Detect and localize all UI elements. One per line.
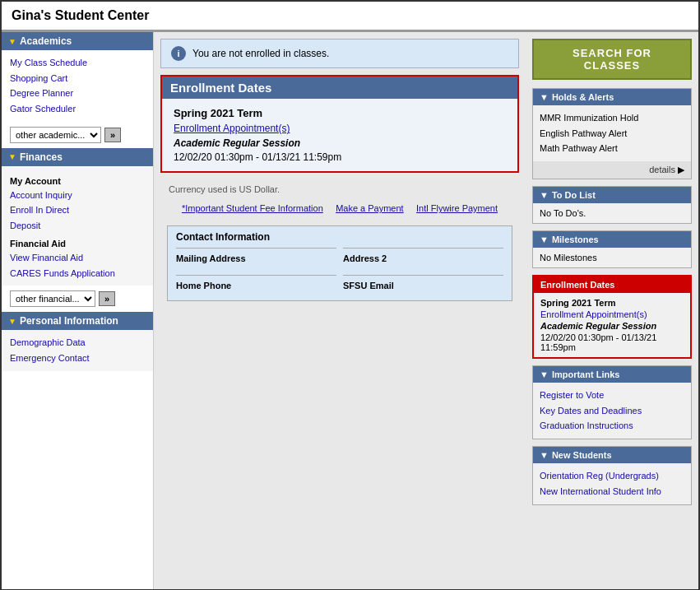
center-body: i You are not enrolled in classes. Enrol…	[154, 32, 526, 314]
personal-info-header: ▼ Personal Information	[2, 312, 153, 330]
english-alert: English Pathway Alert	[540, 126, 684, 142]
enrollment-dates-right-header: Enrollment Dates	[534, 276, 690, 293]
new-students-arrow: ▼	[540, 450, 549, 460]
academics-header: ▼ Academics	[2, 32, 153, 50]
finances-dropdown[interactable]: other financial...	[10, 290, 95, 307]
degree-planner-link[interactable]: Degree Planner	[10, 86, 145, 101]
important-links-arrow: ▼	[540, 369, 549, 379]
important-links-body: Register to Vote Key Dates and Deadlines…	[533, 383, 691, 439]
milestones-message: No Milestones	[540, 253, 597, 262]
enrollment-term: Spring 2021 Term	[174, 107, 506, 119]
enrollment-dates-right-panel: Enrollment Dates Spring 2021 Term Enroll…	[532, 275, 692, 359]
personal-info-links: Demographic Data Emergency Contact	[2, 330, 153, 370]
new-students-panel: ▼ New Students Orientation Reg (Undergra…	[532, 446, 692, 504]
enrollment-session: Academic Regular Session	[174, 137, 506, 149]
holds-alerts-body: MMR Immunization Hold English Pathway Al…	[533, 105, 691, 161]
enrollment-right-dates: 12/02/20 01:30pm - 01/13/21 11:59pm	[540, 332, 684, 352]
finances-links: My Account Account Inquiry Enroll In Dir…	[2, 166, 153, 286]
milestones-arrow: ▼	[540, 235, 549, 244]
enrollment-dates-right-body: Spring 2021 Term Enrollment Appointment(…	[534, 293, 690, 357]
finances-header: ▼ Finances	[2, 148, 153, 166]
new-students-header: ▼ New Students	[533, 447, 691, 463]
gator-scheduler-link[interactable]: Gator Scheduler	[10, 101, 145, 117]
shopping-cart-link[interactable]: Shopping Cart	[10, 71, 145, 86]
todo-arrow: ▼	[540, 190, 549, 200]
address2-label: Address 2	[343, 248, 503, 268]
academics-dropdown-row: other academic... »	[2, 122, 153, 148]
center-column: i You are not enrolled in classes. Enrol…	[154, 32, 526, 589]
right-sidebar: Search For Classes ▼ Holds & Alerts MMR …	[526, 32, 698, 589]
milestones-body: No Milestones	[533, 248, 691, 267]
enrollment-notice: i You are not enrolled in classes.	[160, 39, 519, 68]
my-class-schedule-link[interactable]: My Class Schedule	[10, 55, 145, 71]
currency-note: Currency used is US Dollar.	[160, 179, 519, 199]
payment-links: *Important Student Fee Information Make …	[160, 199, 519, 219]
todo-panel: ▼ To Do List No To Do's.	[532, 186, 692, 224]
enrollment-right-session: Academic Regular Session	[540, 321, 684, 331]
page-title: Gina's Student Center	[2, 2, 698, 31]
contact-box-header: Contact Information	[176, 231, 503, 243]
left-column: ▼ Academics My Class Schedule Shopping C…	[2, 32, 154, 589]
intl-payment-link[interactable]: Intl Flywire Payment	[416, 203, 498, 213]
holds-alerts-header: ▼ Holds & Alerts	[533, 89, 691, 105]
page-container: Gina's Student Center ▼ Academics My Cla…	[0, 0, 700, 590]
academics-arrow: ▼	[8, 37, 16, 46]
enrollment-right-term: Spring 2021 Term	[540, 298, 684, 308]
important-links-header: ▼ Important Links	[533, 366, 691, 383]
main-layout: ▼ Academics My Class Schedule Shopping C…	[2, 32, 698, 589]
intl-student-link[interactable]: New International Student Info	[540, 484, 684, 499]
mailing-address-label: Mailing Address	[176, 248, 336, 268]
home-phone-label: Home Phone	[176, 275, 336, 295]
holds-alerts-arrow: ▼	[540, 92, 549, 102]
enrollment-dates-box: Enrollment Dates Spring 2021 Term Enroll…	[160, 75, 519, 173]
enrollment-dates-range: 12/02/20 01:30pm - 01/13/21 11:59pm	[174, 151, 506, 163]
holds-details-link[interactable]: details	[649, 165, 675, 174]
emergency-contact-link[interactable]: Emergency Contact	[10, 351, 145, 366]
new-students-body: Orientation Reg (Undergrads) New Interna…	[533, 463, 691, 504]
contact-info-box: Contact Information Mailing Address Addr…	[167, 225, 512, 301]
info-icon: i	[171, 46, 186, 61]
cares-funds-link[interactable]: CARES Funds Application	[10, 266, 145, 281]
orientation-link[interactable]: Orientation Reg (Undergrads)	[540, 468, 684, 484]
todo-message: No To Do's.	[540, 208, 586, 218]
search-for-classes-button[interactable]: Search For Classes	[532, 39, 692, 80]
finances-dropdown-row: other financial... »	[2, 286, 153, 312]
mmr-hold: MMR Immunization Hold	[540, 110, 684, 126]
enrollment-notice-text: You are not enrolled in classes.	[192, 48, 329, 59]
sfsu-email-label: SFSU Email	[343, 275, 503, 295]
enrollment-dates-title: Enrollment Dates	[162, 77, 517, 99]
account-inquiry-link[interactable]: Account Inquiry	[10, 188, 145, 203]
key-dates-link[interactable]: Key Dates and Deadlines	[540, 403, 684, 419]
view-financial-aid-link[interactable]: View Financial Aid	[10, 250, 145, 266]
holds-alerts-panel: ▼ Holds & Alerts MMR Immunization Hold E…	[532, 88, 692, 179]
enroll-direct-link[interactable]: Enroll In Direct	[10, 202, 145, 218]
todo-header: ▼ To Do List	[533, 187, 691, 203]
graduation-link[interactable]: Graduation Instructions	[540, 418, 684, 434]
milestones-header: ▼ Milestones	[533, 231, 691, 248]
personal-info-arrow: ▼	[8, 317, 16, 326]
finances-arrow: ▼	[8, 152, 16, 161]
milestones-panel: ▼ Milestones No Milestones	[532, 230, 692, 268]
todo-body: No To Do's.	[533, 203, 691, 223]
enrollment-right-appointment-link[interactable]: Enrollment Appointment(s)	[540, 309, 684, 319]
make-payment-link[interactable]: Make a Payment	[336, 203, 404, 213]
finances-go-button[interactable]: »	[99, 291, 115, 306]
register-vote-link[interactable]: Register to Vote	[540, 388, 684, 403]
enrollment-appointment-link[interactable]: Enrollment Appointment(s)	[174, 123, 506, 134]
demographic-data-link[interactable]: Demographic Data	[10, 335, 145, 351]
my-account-label: My Account	[10, 176, 145, 186]
student-fee-link[interactable]: *Important Student Fee Information	[182, 203, 323, 213]
important-links-panel: ▼ Important Links Register to Vote Key D…	[532, 365, 692, 439]
deposit-link[interactable]: Deposit	[10, 218, 145, 234]
academics-dropdown[interactable]: other academic...	[10, 127, 101, 143]
academics-go-button[interactable]: »	[104, 128, 121, 142]
contact-grid: Mailing Address Address 2 Home Phone SFS…	[176, 248, 503, 295]
holds-details-row: details ▶	[533, 161, 691, 179]
academics-links: My Class Schedule Shopping Cart Degree P…	[2, 50, 153, 122]
math-alert: Math Pathway Alert	[540, 141, 684, 156]
financial-aid-label: Financial Aid	[10, 239, 145, 249]
